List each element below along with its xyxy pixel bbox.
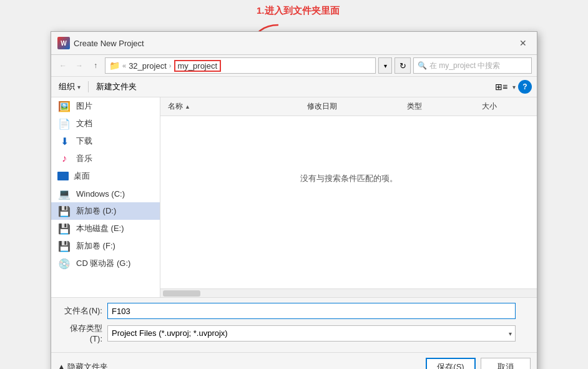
music-icon: ♪ [57, 153, 71, 164]
app-icon: W [57, 37, 70, 49]
scrollbar-thumb[interactable] [163, 290, 200, 297]
search-icon: 🔍 [418, 61, 427, 70]
breadcrumb-part-2[interactable]: my_project [174, 60, 222, 72]
up-button[interactable]: ↑ [89, 59, 102, 72]
breadcrumb-folder-icon: 📁 [109, 61, 120, 71]
organize-label: 组织 [59, 81, 75, 92]
sidebar-item-label: Windows (C:) [76, 189, 125, 199]
forward-button[interactable]: → [72, 59, 86, 72]
close-button[interactable]: ✕ [516, 36, 531, 51]
filetype-row: 保存类型(T): Project Files (*.uvproj; *.uvpr… [57, 323, 531, 343]
sidebar-item-label: 新加卷 (F:) [76, 240, 115, 252]
sidebar-item-g-drive[interactable]: 💿 CD 驱动器 (G:) [51, 255, 160, 272]
hide-folders-label: ▲ 隐藏文件夹 [57, 362, 108, 369]
toolbar-separator [88, 81, 89, 92]
new-folder-button[interactable]: 新建文件夹 [94, 80, 139, 94]
title-bar: W Create New Project ✕ [51, 32, 537, 55]
header-name[interactable]: 名称 ▲ [167, 100, 306, 113]
sidebar-item-downloads[interactable]: ⬇ 下载 [51, 132, 160, 150]
sidebar-item-documents[interactable]: 📄 文档 [51, 115, 160, 132]
filetype-label: 保存类型(T): [57, 323, 107, 343]
header-type[interactable]: 类型 [406, 100, 481, 113]
title-bar-left: W Create New Project [57, 37, 144, 49]
toolbar: 组织 ▾ 新建文件夹 ⊞≡ ▾ ? [51, 77, 537, 97]
filename-label: 文件名(N): [57, 305, 107, 317]
header-size[interactable]: 大小 [481, 100, 531, 113]
cancel-button[interactable]: 取消 [481, 358, 531, 369]
sidebar-item-label: 新加卷 (D:) [76, 205, 116, 217]
breadcrumb-part-1[interactable]: 32_project [129, 61, 167, 71]
scrollbar-horizontal[interactable] [160, 288, 537, 297]
breadcrumb-separator-2: › [169, 62, 172, 69]
file-list-header: 名称 ▲ 修改日期 类型 大小 [160, 97, 537, 116]
downloads-icon: ⬇ [57, 135, 71, 147]
search-bar[interactable]: 🔍 在 my_project 中搜索 [413, 57, 532, 74]
breadcrumb-bar: 📁 « 32_project › my_project [105, 57, 376, 74]
d-drive-icon: 💾 [57, 205, 71, 217]
sidebar-item-label: 文档 [76, 118, 92, 129]
footer: ▲ 隐藏文件夹 保存(S) 取消 [51, 352, 537, 369]
help-button[interactable]: ? [518, 80, 532, 94]
hide-folders-button[interactable]: ▲ 隐藏文件夹 [57, 362, 108, 369]
sidebar-item-music[interactable]: ♪ 音乐 [51, 150, 160, 167]
footer-buttons: 保存(S) 取消 [426, 358, 531, 369]
sidebar-item-label: CD 驱动器 (G:) [76, 258, 130, 269]
sidebar-item-pictures[interactable]: 🖼️ 图片 [51, 97, 160, 115]
sidebar-item-label: 桌面 [74, 170, 90, 182]
file-list-area: 名称 ▲ 修改日期 类型 大小 没有与搜索条件匹配的项。 [160, 97, 537, 297]
filetype-select-wrapper: Project Files (*.uvproj; *.uvprojx) ▾ [107, 325, 516, 342]
dialog: W Create New Project ✕ ← → ↑ 📁 « 32_proj… [51, 31, 537, 369]
dialog-title: Create New Project [74, 39, 144, 48]
sidebar-item-e-drive[interactable]: 💾 本地磁盘 (E:) [51, 220, 160, 237]
bottom-area: 文件名(N): 保存类型(T): Project Files (*.uvproj… [51, 297, 537, 352]
breadcrumb-separator-1: « [122, 62, 126, 69]
e-drive-icon: 💾 [57, 223, 71, 234]
main-area: 🖼️ 图片 📄 文档 ⬇ 下载 ♪ 音乐 桌面 [51, 97, 537, 297]
documents-icon: 📄 [57, 118, 71, 129]
sidebar-item-f-drive[interactable]: 💾 新加卷 (F:) [51, 237, 160, 255]
search-placeholder: 在 my_project 中搜索 [429, 61, 527, 71]
filename-input[interactable] [107, 303, 516, 319]
organize-button[interactable]: 组织 ▾ [56, 80, 83, 94]
back-button[interactable]: ← [56, 59, 70, 72]
empty-message: 没有与搜索条件匹配的项。 [160, 116, 537, 241]
g-drive-icon: 💿 [57, 258, 71, 269]
sort-arrow: ▲ [185, 104, 190, 110]
view-dropdown[interactable]: ▾ [512, 84, 516, 91]
sidebar-item-d-drive[interactable]: 💾 新加卷 (D:) [51, 202, 160, 220]
header-date[interactable]: 修改日期 [306, 100, 406, 113]
filename-row: 文件名(N): [57, 303, 531, 319]
organize-arrow: ▾ [77, 84, 81, 91]
sidebar-item-label: 本地磁盘 (E:) [76, 223, 124, 234]
sidebar-item-label: 下载 [76, 135, 92, 147]
sidebar: 🖼️ 图片 📄 文档 ⬇ 下载 ♪ 音乐 桌面 [51, 97, 160, 297]
sidebar-item-desktop[interactable]: 桌面 [51, 167, 160, 185]
pictures-icon: 🖼️ [57, 101, 71, 112]
breadcrumb-dropdown[interactable]: ▾ [378, 57, 392, 74]
sidebar-item-c-drive[interactable]: 💻 Windows (C:) [51, 185, 160, 202]
save-button[interactable]: 保存(S) [426, 358, 476, 369]
toolbar-right: ⊞≡ ▾ ? [492, 79, 532, 94]
filetype-select[interactable]: Project Files (*.uvproj; *.uvprojx) [107, 325, 516, 342]
desktop-icon [57, 172, 69, 180]
sidebar-item-label: 图片 [76, 101, 92, 112]
c-drive-icon: 💻 [57, 188, 71, 199]
view-button[interactable]: ⊞≡ [492, 79, 510, 94]
f-drive-icon: 💾 [57, 240, 71, 252]
annotation-1: 1.进入到文件夹里面 [257, 5, 340, 17]
refresh-button[interactable]: ↻ [394, 57, 411, 74]
nav-bar: ← → ↑ 📁 « 32_project › my_project ▾ ↻ 🔍 … [51, 55, 537, 77]
outer-container: 1.进入到文件夹里面 2.输入文件名，注意最好不要有中文 3.保存 [51, 31, 537, 369]
new-folder-label: 新建文件夹 [96, 81, 137, 92]
sidebar-item-label: 音乐 [76, 153, 92, 164]
